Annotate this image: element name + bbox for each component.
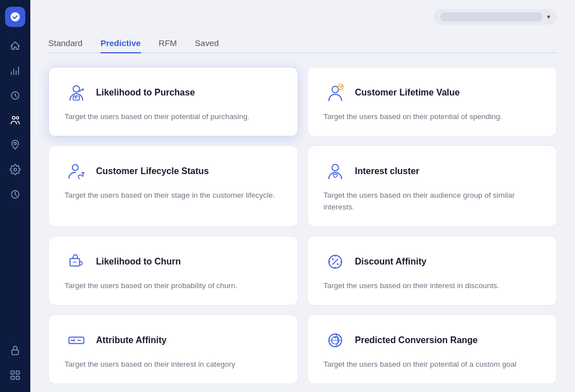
- svg-point-11: [73, 86, 79, 92]
- card-customer-lifetime-value[interactable]: Customer Lifetime Value Target the users…: [307, 67, 557, 136]
- sidebar-item-location[interactable]: [5, 135, 25, 155]
- conversion-icon: [323, 329, 347, 352]
- sidebar-item-users[interactable]: [5, 110, 25, 130]
- discount-icon: [323, 250, 347, 274]
- card-predicted-conversion-range[interactable]: Predicted Conversion Range Target the us…: [307, 314, 557, 384]
- card-description: Target the users based on their stage in…: [65, 190, 282, 201]
- svg-rect-7: [11, 371, 15, 375]
- card-attribute-affinity[interactable]: Attribute Affinity Target the users base…: [48, 314, 298, 384]
- card-description: Target the users based on their interest…: [323, 280, 541, 291]
- svg-point-16: [332, 165, 338, 171]
- svg-point-19: [332, 258, 334, 260]
- sidebar-item-lock[interactable]: [5, 340, 25, 361]
- sidebar-logo[interactable]: [5, 7, 25, 27]
- card-header: Customer Lifetime Value: [323, 81, 541, 104]
- card-description: Target the users based on their audience…: [323, 190, 541, 213]
- tab-standard[interactable]: Standard: [48, 34, 83, 53]
- lifetime-icon: [323, 81, 347, 104]
- tab-bar: Standard Predictive RFM Saved: [48, 34, 557, 53]
- svg-rect-8: [16, 371, 20, 375]
- card-header: Predicted Conversion Range: [323, 329, 541, 352]
- svg-rect-10: [16, 376, 20, 380]
- svg-point-13: [332, 86, 338, 93]
- card-header: Likelihood to Purchase: [65, 81, 282, 104]
- churn-icon: [65, 250, 88, 274]
- tab-rfm[interactable]: RFM: [159, 34, 177, 53]
- top-bar: ▾: [48, 9, 557, 25]
- card-title: Customer Lifetime Value: [355, 88, 460, 98]
- svg-point-1: [12, 116, 15, 119]
- attribute-icon: [65, 329, 88, 352]
- svg-point-20: [337, 263, 339, 265]
- card-discount-affinity[interactable]: Discount Affinity Target the users based…: [307, 236, 557, 306]
- card-customer-lifecycle-status[interactable]: Customer Lifecycle Status Target the use…: [48, 145, 298, 227]
- sidebar-item-history[interactable]: [5, 184, 25, 204]
- card-header: Customer Lifecycle Status: [65, 159, 282, 183]
- card-likelihood-churn[interactable]: Likelihood to Churn Target the users bas…: [48, 236, 298, 306]
- purchase-icon: [65, 81, 88, 104]
- svg-point-3: [14, 142, 16, 144]
- card-header: Interest cluster: [323, 159, 541, 183]
- sidebar: [0, 0, 30, 392]
- tab-saved[interactable]: Saved: [195, 34, 219, 53]
- svg-rect-9: [11, 376, 15, 380]
- svg-rect-6: [12, 350, 19, 354]
- card-title: Discount Affinity: [355, 257, 426, 267]
- cards-container: Likelihood to Purchase Target the users …: [30, 53, 575, 392]
- card-description: Target the users based on their probabil…: [65, 280, 282, 291]
- cards-grid: Likelihood to Purchase Target the users …: [48, 67, 557, 384]
- card-title: Attribute Affinity: [96, 335, 167, 345]
- card-title: Likelihood to Purchase: [96, 88, 195, 98]
- sidebar-item-settings[interactable]: [5, 159, 25, 180]
- card-title: Interest cluster: [355, 166, 419, 176]
- sidebar-item-clock[interactable]: [5, 85, 25, 106]
- sidebar-item-chart[interactable]: [5, 61, 25, 81]
- card-title: Predicted Conversion Range: [355, 335, 478, 345]
- card-description: Target the users based on their interest…: [65, 359, 282, 370]
- dropdown-arrow-icon: ▾: [547, 13, 550, 21]
- card-header: Discount Affinity: [323, 250, 541, 274]
- svg-point-4: [14, 168, 17, 171]
- tab-predictive[interactable]: Predictive: [101, 34, 141, 53]
- interest-icon: [323, 159, 347, 183]
- workspace-dropdown[interactable]: ▾: [433, 9, 557, 25]
- lifecycle-icon: [65, 159, 88, 183]
- card-title: Customer Lifecycle Status: [96, 166, 209, 176]
- svg-point-2: [16, 117, 19, 119]
- card-header: Attribute Affinity: [65, 329, 282, 352]
- sidebar-item-home[interactable]: [5, 36, 25, 56]
- card-description: Target the users based on their potentia…: [323, 359, 541, 370]
- card-title: Likelihood to Churn: [96, 257, 181, 267]
- main-content: ▾ Standard Predictive RFM Saved: [30, 0, 575, 392]
- sidebar-item-grid[interactable]: [5, 365, 25, 385]
- card-description: Target the users based on their potentia…: [65, 111, 282, 122]
- card-likelihood-purchase[interactable]: Likelihood to Purchase Target the users …: [48, 67, 298, 136]
- svg-point-15: [72, 165, 78, 170]
- card-description: Target the users based on their potentia…: [323, 111, 541, 122]
- header: ▾ Standard Predictive RFM Saved: [30, 0, 575, 53]
- card-interest-cluster[interactable]: Interest cluster Target the users based …: [307, 145, 557, 227]
- card-header: Likelihood to Churn: [65, 250, 282, 274]
